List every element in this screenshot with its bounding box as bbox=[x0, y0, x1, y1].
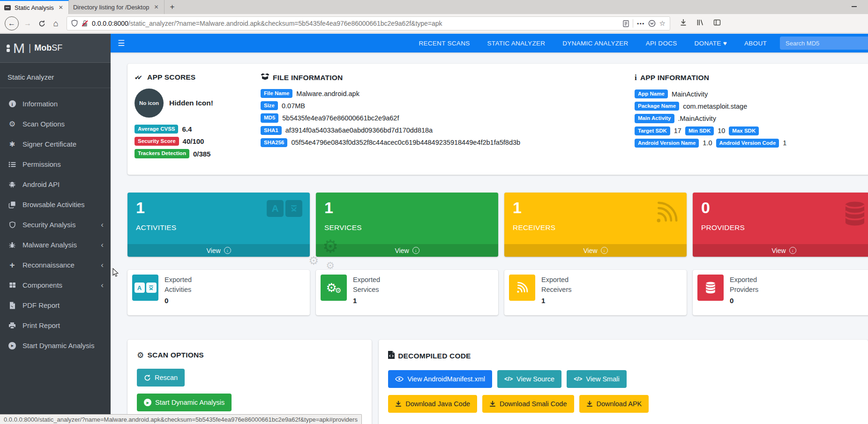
tab-title: Directory listing for /Desktop bbox=[73, 4, 150, 11]
app-scores-heading: ✔✔ APP SCORES bbox=[135, 73, 261, 82]
pdf-file-icon bbox=[7, 302, 17, 309]
new-tab-button[interactable]: + bbox=[165, 0, 180, 14]
double-check-icon: ✔✔ bbox=[135, 74, 144, 81]
app-scores-section: ✔✔ APP SCORES No icon Hidden Icon! Avera… bbox=[135, 73, 261, 175]
sidebar-toggle-icon[interactable] bbox=[713, 19, 721, 28]
scan-options-heading: ⚙ SCAN OPTIONS bbox=[137, 351, 362, 359]
arrow-circle-down-icon: ↓ bbox=[789, 247, 796, 254]
download-java-code-button[interactable]: Download Java Code bbox=[388, 395, 477, 413]
chevron-left-icon: ‹ bbox=[101, 281, 104, 289]
bottom-panels-row: ⚙ SCAN OPTIONS Rescan ▶ Start Dynamic An… bbox=[127, 340, 868, 424]
nav-link-api-docs[interactable]: API DOCS bbox=[646, 40, 677, 47]
page-actions-icon[interactable]: ⋯ bbox=[637, 19, 644, 28]
security-score-badge[interactable]: Security Score bbox=[135, 137, 179, 146]
tab-close-icon[interactable]: ✕ bbox=[58, 4, 64, 11]
start-dynamic-analysis-button[interactable]: ▶ Start Dynamic Analysis bbox=[137, 394, 232, 411]
average-cvss-badge[interactable]: Average CVSS bbox=[135, 125, 178, 134]
back-button[interactable]: ← bbox=[5, 16, 19, 30]
language-icon: A bbox=[132, 275, 158, 301]
sidebar-item-security-analysis[interactable]: Security Analysis ‹ bbox=[0, 215, 111, 235]
home-button[interactable]: ⌂ bbox=[49, 16, 63, 30]
app-information-section: i APP INFORMATION App Name MainActivity … bbox=[635, 73, 868, 175]
nav-link-about[interactable]: ABOUT bbox=[744, 40, 767, 47]
file-code-icon bbox=[388, 351, 395, 361]
sidebar-item-reconnaissance[interactable]: + Reconnaissance ‹ bbox=[0, 255, 111, 275]
brand-logo[interactable]: M | MobSF bbox=[0, 34, 111, 63]
reload-button[interactable] bbox=[35, 16, 49, 30]
exported-line1: Exported bbox=[165, 275, 192, 285]
nav-link-dynamic-analyzer[interactable]: DYNAMIC ANALYZER bbox=[562, 40, 628, 47]
plus-icon: + bbox=[7, 260, 17, 269]
downloads-icon[interactable] bbox=[680, 19, 687, 28]
library-icon[interactable] bbox=[696, 19, 704, 28]
providers-label: PROVIDERS bbox=[693, 216, 868, 232]
scan-options-panel: ⚙ SCAN OPTIONS Rescan ▶ Start Dynamic An… bbox=[127, 340, 372, 424]
sidebar-item-browsable-activities[interactable]: Browsable Activities bbox=[0, 194, 111, 215]
activities-card: 1 ACTIVITIES A View↓ bbox=[127, 193, 310, 257]
browser-tab-bar: Static Analysis ✕ Directory listing for … bbox=[0, 0, 868, 14]
certificate-icon: ✱ bbox=[7, 141, 17, 148]
sidebar-item-android-api[interactable]: Android API bbox=[0, 174, 111, 194]
pocket-icon[interactable] bbox=[648, 20, 656, 27]
view-receivers-button[interactable]: View↓ bbox=[504, 244, 687, 257]
view-providers-button[interactable]: View↓ bbox=[693, 244, 868, 257]
average-cvss-row: Average CVSS 6.4 bbox=[135, 125, 261, 134]
sidebar-item-scan-options[interactable]: ⚙ Scan Options bbox=[0, 114, 111, 134]
sidebar-item-information[interactable]: i Information bbox=[0, 94, 111, 114]
hamburger-menu-icon[interactable]: ☰ bbox=[118, 38, 125, 48]
reader-mode-icon[interactable] bbox=[623, 20, 629, 27]
nav-links: RECENT SCANS STATIC ANALYZER DYNAMIC ANA… bbox=[419, 40, 767, 47]
sidebar-item-components[interactable]: Components ‹ bbox=[0, 275, 111, 295]
services-card: 1 SERVICES ⚙⚙⚙ View↓ bbox=[316, 193, 498, 257]
view-smali-button[interactable]: </> View Smali bbox=[567, 370, 627, 388]
sidebar-item-malware-analysis[interactable]: Malware Analysis ‹ bbox=[0, 235, 111, 255]
database-icon bbox=[842, 200, 868, 229]
sidebar-item-permissions[interactable]: Permissions bbox=[0, 154, 111, 174]
browser-toolbar: ← → ⌂ 0.0.0.0:8000/static_analyzer/?name… bbox=[0, 14, 868, 33]
tab-close-icon[interactable]: ✕ bbox=[153, 4, 159, 10]
trackers-detection-badge[interactable]: Trackers Detection bbox=[135, 149, 189, 158]
insecure-lock-icon[interactable] bbox=[82, 20, 88, 27]
url-bar[interactable]: 0.0.0.0:8000/static_analyzer/?name=Malwa… bbox=[67, 16, 670, 30]
sdk-row: Target SDK 17 Min SDK 10 Max SDK bbox=[635, 126, 868, 135]
sidebar: M | MobSF Static Analyzer i Information … bbox=[0, 34, 111, 424]
sidebar-item-print-report[interactable]: Print Report bbox=[0, 315, 111, 335]
exported-line2: Activities bbox=[165, 285, 192, 295]
view-services-button[interactable]: View↓ bbox=[316, 244, 498, 257]
tab-static-analysis[interactable]: Static Analysis ✕ bbox=[0, 0, 69, 14]
sidebar-item-pdf-report[interactable]: PDF Report bbox=[0, 295, 111, 315]
nav-link-static-analyzer[interactable]: STATIC ANALYZER bbox=[487, 40, 546, 47]
sha256-row: SHA256 05f54e4796e0843f0d352f8c44acec0c6… bbox=[261, 138, 635, 147]
url-host: 0.0.0.0:8000 bbox=[92, 20, 128, 27]
sidebar-item-start-dynamic-analysis[interactable]: ▶ Start Dynamic Analysis bbox=[0, 335, 111, 356]
refresh-icon bbox=[144, 374, 151, 381]
signal-waves-icon bbox=[654, 200, 679, 227]
stat-cards-row: 1 ACTIVITIES A View↓ 1 SERVICES ⚙⚙⚙ Vi bbox=[127, 193, 868, 257]
rescan-button[interactable]: Rescan bbox=[137, 369, 185, 387]
search-md5-input[interactable] bbox=[780, 37, 868, 50]
trackers-detection-row: Trackers Detection 0/385 bbox=[135, 149, 261, 158]
exported-boxes-row: A Exported Activities 0 ⚙⚙ Exported Serv… bbox=[127, 270, 868, 315]
language-icon: A bbox=[267, 200, 302, 217]
view-androidmanifest-button[interactable]: View AndroidManifest.xml bbox=[388, 370, 492, 388]
brand-separator: | bbox=[29, 43, 31, 53]
shield-icon[interactable] bbox=[71, 20, 78, 27]
nav-link-recent-scans[interactable]: RECENT SCANS bbox=[419, 40, 470, 47]
exported-receivers-box: Exported Receivers 1 bbox=[504, 270, 687, 315]
download-apk-button[interactable]: Download APK bbox=[579, 395, 649, 413]
top-navbar: ☰ RECENT SCANS STATIC ANALYZER DYNAMIC A… bbox=[111, 34, 868, 52]
decompiled-code-heading: DECOMPILED CODE bbox=[388, 351, 859, 361]
view-activities-button[interactable]: View↓ bbox=[127, 244, 310, 257]
tab-directory-listing[interactable]: Directory listing for /Desktop ✕ bbox=[69, 0, 165, 14]
forward-button[interactable]: → bbox=[21, 16, 35, 30]
url-text[interactable]: 0.0.0.0:8000/static_analyzer/?name=Malwa… bbox=[92, 20, 619, 27]
bookmark-star-icon[interactable]: ☆ bbox=[659, 19, 666, 28]
sidebar-item-signer-certificate[interactable]: ✱ Signer Certificate bbox=[0, 134, 111, 154]
sidebar-section-static-analyzer[interactable]: Static Analyzer bbox=[0, 63, 111, 88]
nav-link-donate[interactable]: DONATE ♥ bbox=[695, 40, 727, 47]
window-minimize-icon[interactable] bbox=[852, 6, 857, 7]
download-smali-code-button[interactable]: Download Smali Code bbox=[482, 395, 574, 413]
exported-line2: Services bbox=[353, 285, 380, 295]
view-source-button[interactable]: </> View Source bbox=[497, 370, 561, 388]
bug-icon bbox=[7, 241, 17, 249]
